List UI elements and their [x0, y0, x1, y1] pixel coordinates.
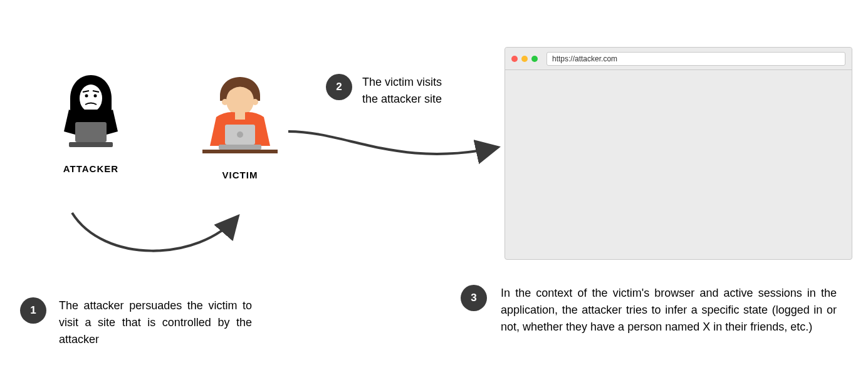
step-1: 1 The attacker persuades the victim to v… [20, 297, 252, 348]
svg-rect-9 [235, 112, 245, 120]
browser-window: https://attacker.com [505, 47, 852, 260]
svg-point-7 [222, 99, 228, 105]
victim-icon [196, 72, 284, 160]
step-3: 3 In the context of the victim's browser… [461, 285, 837, 336]
close-icon [511, 56, 518, 62]
svg-point-8 [252, 99, 258, 105]
step-2-badge: 2 [326, 74, 352, 100]
minimize-icon [521, 56, 528, 62]
step-1-badge: 1 [20, 297, 46, 324]
attacker-icon [56, 72, 125, 153]
victim-label: VICTIM [196, 170, 284, 180]
maximize-icon [531, 56, 538, 62]
browser-titlebar: https://attacker.com [505, 48, 852, 70]
step-3-badge: 3 [461, 285, 487, 311]
victim-figure: VICTIM [196, 72, 284, 180]
address-bar: https://attacker.com [546, 52, 845, 66]
svg-point-6 [226, 86, 254, 116]
step-2-text: The victim visits the attacker site [362, 74, 451, 108]
svg-rect-5 [69, 142, 113, 147]
attacker-label: ATTACKER [53, 163, 128, 174]
arrow-attacker-to-victim [66, 207, 248, 269]
svg-point-11 [237, 131, 243, 138]
svg-point-0 [80, 85, 102, 112]
arrow-victim-to-browser [285, 125, 505, 175]
attacker-figure: ATTACKER [53, 72, 128, 174]
svg-point-1 [85, 95, 88, 98]
svg-rect-13 [202, 150, 278, 153]
step-1-text: The attacker persuades the victim to vis… [59, 297, 252, 348]
svg-rect-4 [75, 122, 107, 142]
step-2: 2 The victim visits the attacker site [326, 74, 451, 108]
svg-point-2 [94, 95, 97, 98]
svg-rect-12 [219, 145, 261, 150]
url-text: https://attacker.com [552, 54, 617, 63]
step-3-text: In the context of the victim's browser a… [501, 285, 837, 336]
